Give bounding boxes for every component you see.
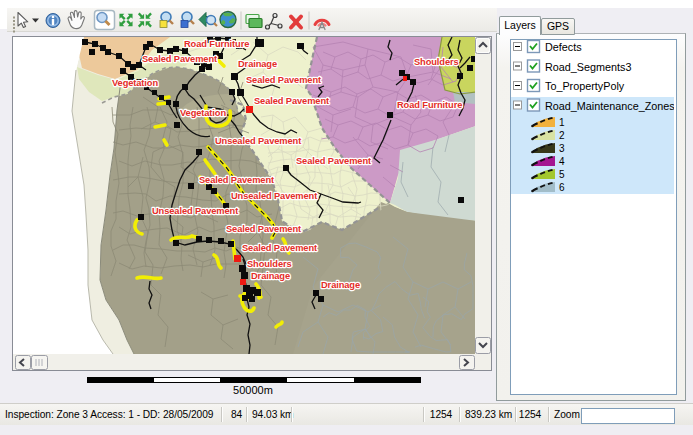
svg-text:4: 4: [559, 156, 565, 167]
svg-text:Road_Segments3: Road_Segments3: [545, 61, 631, 73]
svg-text:3: 3: [559, 143, 565, 154]
svg-text:2: 2: [559, 130, 565, 141]
svg-text:Road_Maintenance_Zones: Road_Maintenance_Zones: [545, 100, 674, 112]
svg-text:To_PropertyPoly: To_PropertyPoly: [545, 80, 625, 92]
svg-text:5: 5: [559, 169, 565, 180]
svg-text:Defects: Defects: [545, 41, 582, 53]
svg-text:6: 6: [559, 182, 565, 193]
svg-text:1: 1: [559, 117, 565, 128]
